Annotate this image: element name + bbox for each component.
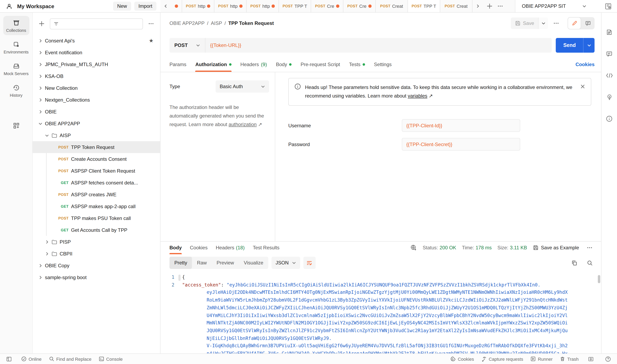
new-tab-icon[interactable] [485, 1, 495, 11]
request-tab[interactable]: POSTCre [311, 0, 343, 12]
view-preview[interactable]: Preview [212, 257, 239, 269]
response-tab-body[interactable]: Body [169, 242, 182, 254]
network-icon[interactable] [410, 245, 417, 251]
sidebar-item-collection[interactable]: OBIE [33, 106, 160, 117]
view-pretty[interactable]: Pretty [169, 257, 192, 269]
tab-headers[interactable]: Headers(9) [240, 57, 267, 72]
sidebar-item-collection[interactable]: JPMC_Private_MTLS_AUTH [33, 58, 160, 70]
code-snippet-icon[interactable] [604, 71, 614, 80]
tab-tests[interactable]: Tests [349, 57, 365, 72]
chevron-right-icon[interactable] [38, 39, 42, 43]
variables-link[interactable]: variables [408, 93, 427, 99]
send-button[interactable]: Send [556, 38, 583, 53]
rail-item-mock-servers[interactable]: Mock Servers [3, 59, 29, 78]
tabs-scroll-left-icon[interactable] [161, 0, 171, 12]
request-tab[interactable]: POSThttp [214, 0, 247, 12]
sidebar-item-collection-expanded[interactable]: OBIE APP2APP [33, 117, 160, 129]
sidebar-item-collection[interactable]: OBIE Copy [33, 260, 160, 271]
request-title[interactable]: TPP Token Request [228, 20, 274, 26]
sidebar-item-collection[interactable]: New Collection [33, 82, 160, 94]
request-tab[interactable]: POSTCreat [376, 0, 408, 12]
response-body-editor[interactable]: 1{ 2"access_token": "eyJhbGciOiJSUzI1NiI… [161, 272, 601, 353]
environment-selector[interactable]: OBIE APP2APP SIT [522, 3, 586, 9]
fold-handle-icon[interactable] [178, 275, 180, 281]
response-options-icon[interactable] [585, 243, 594, 253]
wrap-lines-button[interactable] [303, 257, 316, 269]
save-options-chevron-icon[interactable] [538, 18, 548, 29]
request-options-icon[interactable] [551, 18, 561, 28]
chevron-right-icon[interactable] [38, 275, 42, 279]
cookies-link[interactable]: Cookies [576, 61, 594, 67]
scrollbar-thumb[interactable] [598, 275, 600, 283]
console-button[interactable]: Console [99, 356, 123, 362]
tab-prerequest-script[interactable]: Pre-request Script [301, 57, 340, 72]
capture-requests-button[interactable]: Capture requests [482, 356, 523, 362]
sidebar-item-collection[interactable]: KSA-OB [33, 70, 160, 82]
runner-button[interactable]: Runner [530, 356, 552, 362]
chevron-right-icon[interactable] [38, 74, 42, 78]
response-tab-headers[interactable]: Headers(18) [216, 242, 245, 254]
save-button[interactable]: Save [511, 18, 538, 29]
find-and-replace[interactable]: Find and Replace [49, 356, 92, 362]
request-tab[interactable]: POSTCre [343, 0, 376, 12]
environment-quick-look-icon[interactable] [603, 1, 613, 11]
url-input[interactable]: {{Token-URL}} [205, 38, 552, 53]
response-tab-test-results[interactable]: Test Results [253, 242, 280, 254]
breadcrumb-collection[interactable]: OBIE APP2APP [169, 20, 205, 26]
online-status[interactable]: Online [21, 356, 42, 362]
format-select[interactable]: JSON [271, 257, 300, 269]
close-icon[interactable] [580, 84, 585, 89]
method-select[interactable]: POST [169, 38, 205, 53]
chevron-down-icon[interactable] [45, 133, 49, 137]
sidebar-item-folder[interactable]: CBPII [33, 248, 160, 260]
comment-mode-button[interactable] [581, 17, 594, 29]
rail-item-collections[interactable]: Collections [3, 16, 29, 35]
chevron-right-icon[interactable] [38, 110, 42, 114]
sidebar-item-request[interactable]: GET Get Accounts Call by TPP [33, 224, 160, 236]
edit-mode-button[interactable] [568, 17, 581, 29]
chevron-right-icon[interactable] [38, 98, 42, 102]
username-field[interactable] [402, 119, 520, 132]
chevron-right-icon[interactable] [38, 50, 42, 54]
chevron-right-icon[interactable] [38, 86, 42, 90]
sidebar-item-request[interactable]: POST ASPSP Client Token Request [33, 165, 160, 177]
search-icon[interactable] [585, 258, 594, 268]
tab-body[interactable]: Body [276, 57, 292, 72]
comments-icon[interactable] [604, 49, 614, 59]
rail-item-history[interactable]: History [3, 81, 29, 100]
tab-params[interactable]: Params [169, 57, 187, 72]
request-tab[interactable]: POSTTPP T [279, 0, 311, 12]
password-field[interactable] [402, 138, 520, 151]
sidebar-item-collection[interactable]: Nextgen_Collections [33, 94, 160, 106]
tab-settings[interactable]: Settings [374, 57, 392, 72]
request-tab[interactable] [171, 0, 182, 12]
view-visualize[interactable]: Visualize [239, 257, 268, 269]
new-button[interactable]: New [113, 2, 131, 11]
response-tab-cookies[interactable]: Cookies [190, 242, 208, 254]
pub-request-icon[interactable] [604, 92, 614, 102]
rail-item-configure-sidebar[interactable] [3, 119, 29, 132]
chevron-right-icon[interactable] [38, 263, 42, 268]
sidebar-item-request[interactable]: POST Create Accounts Consent [33, 153, 160, 165]
breadcrumb-folder[interactable]: AISP [211, 20, 222, 26]
send-options-chevron-icon[interactable] [583, 38, 594, 53]
sidebar-item-folder-expanded[interactable]: AISP [33, 129, 160, 141]
sidebar-options-icon[interactable] [146, 19, 156, 28]
save-as-example-button[interactable]: Save as Example [533, 245, 579, 250]
star-icon[interactable]: ★ [149, 38, 154, 44]
workspace-title[interactable]: My Workspace [17, 3, 54, 9]
two-pane-icon[interactable] [586, 354, 596, 364]
sidebar-item-folder[interactable]: PISP [33, 236, 160, 248]
request-tab[interactable]: POSThttp [247, 0, 279, 12]
add-collection-icon[interactable] [37, 19, 47, 28]
request-tab[interactable]: POSThttp [182, 0, 214, 12]
auth-type-select[interactable]: Basic Auth [215, 80, 269, 93]
sidebar-item-collection[interactable]: sample-spring boot [33, 271, 160, 283]
documentation-icon[interactable] [604, 27, 614, 37]
chevron-down-icon[interactable] [38, 121, 42, 126]
copy-icon[interactable] [569, 258, 579, 268]
request-tab[interactable]: POSTCreat [440, 0, 472, 12]
chevron-right-icon[interactable] [45, 240, 49, 244]
rail-item-environments[interactable]: Environments [3, 38, 29, 57]
chevron-right-icon[interactable] [38, 62, 42, 66]
